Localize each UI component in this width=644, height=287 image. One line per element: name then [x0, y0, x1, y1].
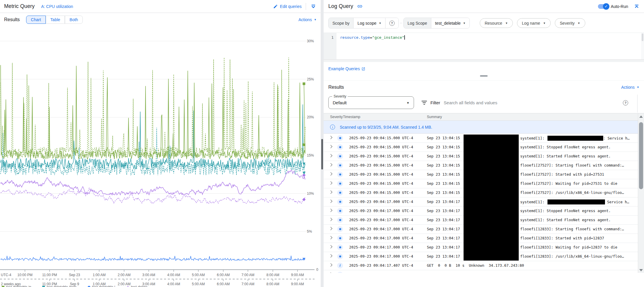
resize-handle[interactable]	[480, 75, 488, 77]
scan-notice-banner: i Scanned up to 9/23/25, 9:04 AM. Scanne…	[324, 121, 644, 134]
svg-text:11:00 PM: 11:00 PM	[42, 273, 57, 277]
log-actions-dropdown[interactable]: Actions ▼	[621, 85, 639, 90]
log-name-filter-pill[interactable]: Log name▼	[517, 18, 551, 28]
auto-run-toggle[interactable]: ✓	[598, 4, 608, 9]
collapse-panel-down-icon[interactable]	[310, 3, 317, 10]
log-timestamp: 2025-09-23 09:04:17.000 UTC-4	[349, 218, 413, 222]
expand-chevron-icon[interactable]	[329, 190, 332, 194]
scope-by-dropdown[interactable]: Log scope ▼	[354, 18, 385, 28]
log-query-editor[interactable]: 1 resource.type="gce_instance"	[324, 33, 644, 60]
metric-query-a-link[interactable]: A: CPU utilization	[41, 4, 73, 9]
log-row[interactable]: i 2025-09-23 09:04:17.407 UTC-4 GET 0 0 …	[324, 261, 644, 270]
edit-queries-button[interactable]: Edit queries	[273, 4, 302, 9]
severity-icon: ✱	[337, 162, 343, 168]
scope-by-value: Log scope	[357, 21, 376, 26]
scroll-down-arrow-icon[interactable]	[639, 269, 643, 271]
log-row[interactable]: i	[324, 270, 644, 273]
severity-icon: ✱	[337, 235, 343, 241]
svg-text:2:00 AM: 2:00 AM	[118, 273, 131, 277]
code-operator: =	[370, 35, 372, 40]
log-timestamp: 2025-09-23 09:04:15.000 UTC-4	[349, 154, 413, 158]
collapse-panel-up-icon[interactable]	[633, 3, 640, 10]
expand-chevron-icon[interactable]	[329, 136, 332, 139]
expand-chevron-icon[interactable]	[329, 163, 332, 166]
severity-icon: ✱	[337, 208, 343, 214]
log-message: flooefi[12833]: Waiting for pid=12837 to…	[520, 245, 617, 249]
expand-chevron-icon[interactable]	[329, 245, 332, 248]
log-message: systemd[1]:: Service h…	[520, 136, 630, 141]
svg-text:8:00 AM: 8:00 AM	[266, 273, 279, 277]
log-table-scrollbar[interactable]	[638, 113, 644, 273]
severity-filter-pill[interactable]: Severity▼	[555, 18, 585, 28]
expand-chevron-icon[interactable]	[329, 218, 332, 221]
chart-canvas: 30%25%20%15%10%5%0UTC-410:00 PM11:00 PMS…	[0, 26, 321, 287]
tab-table[interactable]: Table	[46, 16, 65, 24]
code-field: resource.type	[340, 35, 370, 40]
splitter-grip[interactable]	[321, 139, 323, 169]
log-scope-dropdown[interactable]: test_deletable ▼	[431, 18, 469, 28]
scope-help-icon[interactable]: ?	[385, 18, 398, 28]
tab-chart[interactable]: Chart	[26, 16, 45, 24]
log-message: flooefi[12833]: Starting flooefi with co…	[520, 227, 624, 231]
legend-item[interactable]: test-deleta…	[126, 285, 151, 287]
expand-chevron-icon[interactable]	[329, 199, 332, 203]
panel-splitter[interactable]	[321, 0, 324, 287]
expand-chevron-icon[interactable]	[329, 181, 332, 184]
example-queries-link[interactable]: Example Queries	[328, 66, 365, 71]
expand-chevron-icon[interactable]	[329, 227, 332, 230]
link-icon[interactable]	[357, 3, 363, 10]
scroll-up-arrow-icon[interactable]	[639, 115, 643, 118]
resource-filter-pill[interactable]: Resource▼	[480, 18, 513, 28]
log-message: flooefi[12833]: /usr/lib/x86_64-linux-gn…	[520, 254, 624, 259]
metric-results-heading: Results	[4, 17, 20, 22]
expand-chevron-icon[interactable]	[329, 263, 332, 266]
log-syslog-time: Sep 23 13:04:15	[427, 145, 460, 149]
expand-chevron-icon[interactable]	[329, 272, 332, 273]
expand-chevron-icon[interactable]	[329, 172, 332, 175]
editor-scrollbar[interactable]	[641, 33, 644, 59]
legend-item[interactable]: test-deletable-i…	[88, 285, 119, 287]
tab-both[interactable]: Both	[65, 16, 83, 24]
svg-text:10:00 PM: 10:00 PM	[17, 273, 32, 277]
legend-marker-icon	[126, 286, 129, 287]
scrollbar-thumb[interactable]	[639, 122, 643, 189]
log-syslog-time: Sep 23 13:04:15	[427, 172, 460, 177]
svg-text:6:00 AM: 6:00 AM	[217, 273, 230, 277]
severity-select[interactable]: Severity Default ▼	[328, 96, 414, 109]
severity-icon: ✱	[337, 190, 343, 196]
expand-chevron-icon[interactable]	[329, 145, 332, 148]
log-message: flooefi[12833]: Started with pid=12837	[520, 236, 604, 240]
log-message: flooefi[27527]: Waiting for pid=27531 to…	[520, 181, 617, 186]
legend-item[interactable]: test-deletable-insta…	[42, 285, 80, 287]
controls-edge-divider	[637, 95, 638, 113]
chevron-down-icon: ▼	[463, 22, 466, 25]
cpu-utilization-chart[interactable]: 30%25%20%15%10%5%0UTC-410:00 PM11:00 PMS…	[0, 26, 321, 287]
severity-icon: ✱	[337, 254, 343, 259]
expand-chevron-icon[interactable]	[329, 236, 332, 239]
col-summary: Summary	[427, 115, 644, 119]
svg-text:5:00 AM: 5:00 AM	[192, 273, 205, 277]
log-syslog-time: Sep 23 13:04:17	[427, 254, 460, 259]
example-queries-row: Example Queries	[324, 62, 644, 71]
expand-chevron-icon[interactable]	[329, 254, 332, 257]
severity-icon: ✱	[337, 153, 343, 159]
expand-chevron-icon[interactable]	[329, 154, 332, 157]
editor-footer-strip	[324, 60, 644, 62]
metric-query-header: Metric Query A: CPU utilization Edit que…	[0, 0, 321, 13]
expand-chevron-icon[interactable]	[329, 209, 332, 212]
legend-item[interactable]: test-deletable-in…	[2, 285, 35, 287]
scope-by-group: Scope by Log scope ▼ ?	[328, 18, 399, 28]
pencil-icon	[273, 4, 278, 9]
filter-help-icon[interactable]: ?	[623, 100, 628, 105]
severity-icon: i	[337, 272, 343, 273]
log-search-field[interactable]: Filter Search all fields and values ?	[422, 100, 640, 105]
editor-code-line[interactable]: resource.type="gce_instance"	[337, 33, 644, 59]
svg-text:3:00 AM: 3:00 AM	[142, 273, 155, 277]
log-rows-container: ✱ 2025-09-23 09:04:15.000 UTC-4 Sep 23 1…	[324, 134, 644, 273]
chevron-down-icon: ▼	[406, 101, 410, 105]
log-filter-controls: Severity Default ▼ Filter Search all fie…	[324, 93, 644, 113]
metric-actions-dropdown[interactable]: Actions ▼	[298, 17, 317, 22]
log-scope-bar: Scope by Log scope ▼ ? Log Scope test_de…	[324, 13, 644, 33]
app: Metric Query A: CPU utilization Edit que…	[0, 0, 644, 287]
svg-text:25%: 25%	[307, 77, 314, 81]
